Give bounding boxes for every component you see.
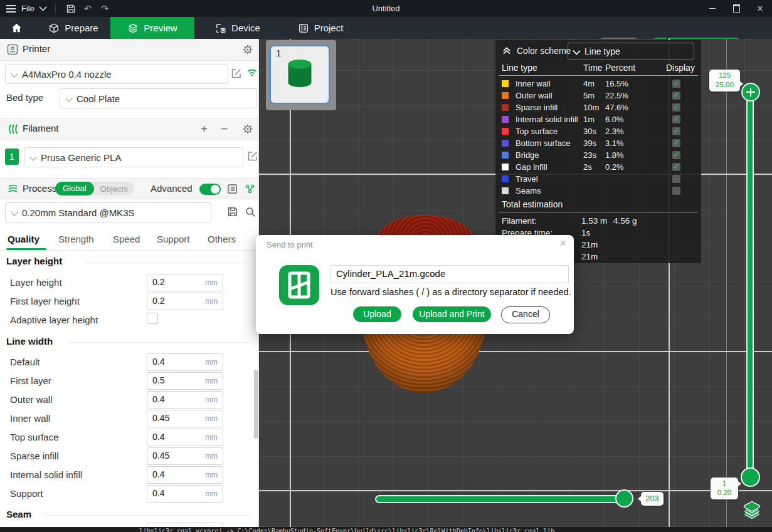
tab-quality[interactable]: Quality bbox=[8, 234, 40, 244]
tab-prepare[interactable]: Prepare bbox=[36, 17, 110, 39]
advanced-label: Advanced bbox=[151, 183, 193, 194]
top-layer-height: 25.00 bbox=[709, 80, 740, 90]
display-checkbox[interactable]: ✓ bbox=[672, 80, 680, 88]
undo-button[interactable]: ↶ bbox=[82, 3, 93, 14]
redo-button[interactable]: ↷ bbox=[99, 3, 110, 14]
parameter-list-icon[interactable] bbox=[227, 184, 238, 194]
search-icon[interactable] bbox=[245, 206, 256, 217]
add-filament-button[interactable]: + bbox=[201, 123, 208, 135]
layer-slider-track[interactable] bbox=[746, 92, 754, 480]
display-checkbox[interactable]: ✓ bbox=[672, 163, 680, 171]
tab-preview-active[interactable]: Preview bbox=[110, 17, 194, 39]
cancel-button[interactable]: Cancel bbox=[501, 306, 550, 323]
view-mode-select[interactable]: Line type bbox=[568, 43, 694, 60]
layer-slider-bottom-handle[interactable] bbox=[741, 467, 760, 487]
display-checkbox[interactable]: ✓ bbox=[672, 91, 680, 100]
tab-device-label: Device bbox=[231, 23, 260, 33]
upload-button[interactable]: Upload bbox=[353, 306, 401, 322]
move-slider-track[interactable] bbox=[375, 495, 633, 503]
process-scope-toggle[interactable]: Global Objects bbox=[55, 182, 134, 196]
remove-filament-button[interactable]: − bbox=[221, 123, 228, 135]
first-layer-height-input[interactable]: 0.2mm bbox=[147, 293, 223, 310]
line-width-default-input[interactable]: 0.4mm bbox=[147, 353, 223, 371]
close-button[interactable]: × bbox=[748, 0, 772, 17]
layers-icon bbox=[127, 23, 139, 34]
filament-preset-value: Prusa Generic PLA bbox=[41, 152, 121, 163]
file-menu-button[interactable]: File bbox=[6, 4, 46, 13]
line-width-first-layer-input[interactable]: 0.5mm bbox=[147, 372, 223, 390]
display-checkbox[interactable] bbox=[672, 187, 680, 195]
tab-project[interactable]: Project bbox=[281, 17, 360, 39]
save-icon bbox=[66, 4, 76, 14]
tab-home[interactable] bbox=[0, 17, 33, 39]
move-slider-handle[interactable] bbox=[615, 489, 633, 508]
scope-global-segment[interactable]: Global bbox=[55, 182, 94, 196]
advanced-toggle[interactable] bbox=[199, 184, 221, 195]
filament-slot-badge[interactable]: 1 bbox=[5, 149, 19, 165]
line-width-group-title: Line width bbox=[6, 336, 58, 347]
legend-row: Top surface30s2.3%✓ bbox=[495, 125, 701, 137]
layer-slider-top-handle[interactable] bbox=[741, 83, 760, 102]
process-preset-select[interactable]: 0.20mm Standard @MK3S bbox=[5, 202, 211, 222]
layers-mode-button[interactable] bbox=[743, 500, 761, 519]
param-label: Sparse infill bbox=[10, 451, 59, 461]
maximize-button[interactable] bbox=[724, 0, 748, 17]
line-width-top-surface-input[interactable]: 0.4mm bbox=[147, 429, 223, 446]
col-line-type: Line type bbox=[502, 63, 537, 73]
display-checkbox[interactable]: ✓ bbox=[672, 151, 680, 159]
edit-printer-icon[interactable] bbox=[231, 68, 242, 79]
display-checkbox[interactable]: ✓ bbox=[672, 103, 680, 112]
bed-type-select[interactable]: Cool Plate bbox=[60, 88, 257, 108]
adaptive-layer-height-checkbox[interactable] bbox=[147, 313, 158, 324]
layer-height-input[interactable]: 0.2mm bbox=[147, 274, 223, 291]
tab-others[interactable]: Others bbox=[208, 234, 236, 244]
close-icon: × bbox=[757, 4, 763, 14]
grid-axis-line bbox=[258, 490, 772, 491]
process-section-title: Process bbox=[23, 183, 56, 194]
wifi-icon[interactable] bbox=[246, 68, 258, 77]
gear-icon[interactable] bbox=[242, 44, 253, 55]
filament-preset-select[interactable]: Prusa Generic PLA bbox=[24, 147, 243, 167]
tab-speed[interactable]: Speed bbox=[113, 234, 140, 244]
legend-row: Seams bbox=[495, 185, 701, 197]
chevron-down-icon bbox=[11, 70, 18, 77]
tab-support[interactable]: Support bbox=[157, 234, 190, 244]
collapse-panel-icon[interactable] bbox=[502, 45, 512, 55]
save-button[interactable] bbox=[65, 3, 77, 14]
display-checkbox[interactable]: ✓ bbox=[672, 115, 680, 123]
layer-height-group-title: Layer height bbox=[6, 256, 67, 266]
line-width-outer-wall-input[interactable]: 0.4mm bbox=[147, 391, 223, 409]
upload-and-print-button[interactable]: Upload and Print bbox=[413, 306, 491, 322]
display-checkbox[interactable]: ✓ bbox=[672, 127, 680, 135]
filename-input[interactable]: Cylinder_PLA_21m.gcode bbox=[330, 265, 569, 283]
parameter-tabs: Quality Strength Speed Support Others bbox=[0, 229, 258, 251]
display-checkbox[interactable]: ✓ bbox=[672, 139, 680, 147]
scope-objects-segment[interactable]: Objects bbox=[94, 184, 134, 194]
color-swatch bbox=[502, 80, 509, 87]
gear-icon[interactable] bbox=[242, 123, 253, 135]
view-mode-value: Line type bbox=[584, 46, 620, 56]
chevron-down-icon bbox=[29, 154, 36, 160]
printer-icon bbox=[6, 43, 19, 56]
group-divider bbox=[85, 262, 251, 263]
col-percent: Percent bbox=[605, 63, 635, 73]
sidebar-scrollbar-thumb[interactable] bbox=[254, 370, 258, 439]
edit-filament-icon[interactable] bbox=[247, 150, 258, 162]
line-width-sparse-infill-input[interactable]: 0.45mm bbox=[147, 447, 223, 465]
line-width-support-input[interactable]: 0.4mm bbox=[147, 485, 223, 503]
line-width-internal-solid-input[interactable]: 0.4mm bbox=[147, 466, 223, 484]
tab-device[interactable]: Device bbox=[199, 17, 276, 39]
process-flow-icon[interactable] bbox=[245, 184, 255, 194]
color-swatch bbox=[502, 152, 509, 159]
save-preset-icon[interactable] bbox=[227, 206, 238, 217]
minimize-icon bbox=[709, 8, 716, 9]
display-checkbox[interactable] bbox=[672, 175, 680, 183]
line-width-inner-wall-input[interactable]: 0.45mm bbox=[147, 410, 223, 427]
legend-row: Outer wall5m22.5%✓ bbox=[495, 90, 701, 102]
minimize-button[interactable] bbox=[701, 0, 724, 17]
param-label: Outer wall bbox=[10, 394, 53, 405]
dialog-close-icon[interactable]: × bbox=[559, 237, 566, 249]
plate-thumbnail-selected[interactable]: 1 bbox=[270, 45, 330, 104]
tab-strength[interactable]: Strength bbox=[58, 234, 94, 244]
printer-preset-select[interactable]: A4MaxPro 0.4 nozzle bbox=[5, 64, 228, 84]
